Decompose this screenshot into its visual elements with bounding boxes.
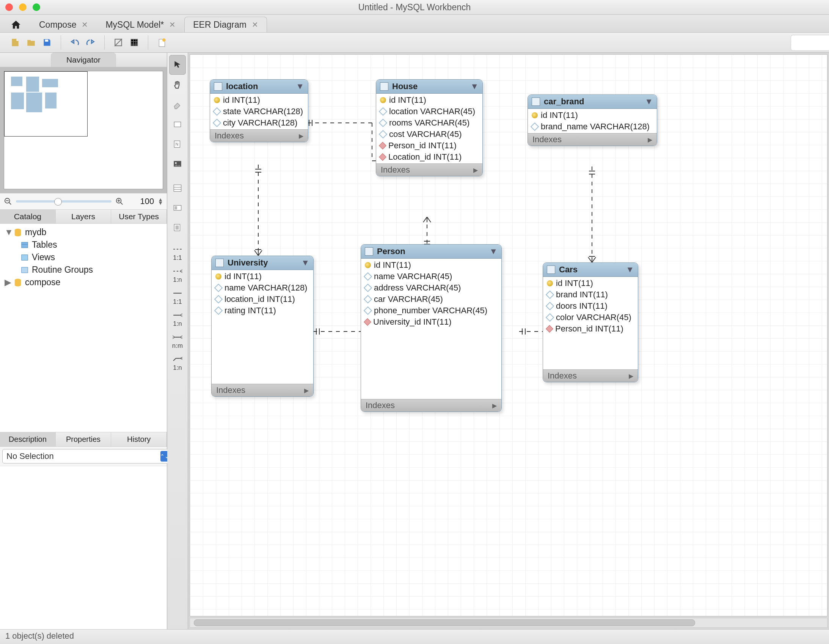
chevron-down-icon[interactable]: ▼ [470,82,479,92]
zoom-slider[interactable] [16,200,112,202]
rel-11-nonident[interactable]: 1:1 [170,242,186,264]
tree-db-mydb[interactable]: ▼ mydb [2,226,165,238]
tab-description[interactable]: Description [0,432,56,447]
document-tab-bar: Compose ✕ MySQL Model* ✕ EER Diagram ✕ [0,15,829,33]
navigator-tab[interactable]: Navigator [51,53,116,67]
minimize-window-button[interactable] [19,3,27,11]
views-icon [20,253,29,262]
view-tool[interactable] [170,198,186,217]
zoom-thumb[interactable] [54,198,62,205]
tree-db-compose[interactable]: ▶ compose [2,276,165,289]
entity-header[interactable]: location ▼ [210,80,308,94]
close-icon[interactable]: ✕ [169,20,176,29]
entity-location[interactable]: location ▼ id INT(11) state VARCHAR(128)… [210,79,308,142]
layer-icon [173,120,183,129]
indexes-toggle[interactable]: Indexes▶ [211,384,313,396]
eraser-tool[interactable] [170,95,186,114]
save-button[interactable] [40,36,54,49]
tab-catalog[interactable]: Catalog [0,210,56,223]
new-file-button[interactable] [8,36,22,49]
col: id INT(11) [224,271,262,281]
diagram-tool-strip: N 1:1 1:n 1:1 1:n n:m 1:n [167,53,188,629]
open-file-button[interactable] [24,36,38,49]
entity-title: University [227,258,268,268]
chevron-down-icon[interactable]: ▼ [296,82,304,92]
entity-cars[interactable]: Cars ▼ id INT(11) brand INT(11) doors IN… [543,262,638,382]
rel-1n-nonident[interactable]: 1:n [170,264,186,286]
diagram-canvas[interactable]: location ▼ id INT(11) state VARCHAR(128)… [190,54,827,616]
indexes-toggle[interactable]: Indexes▶ [361,399,501,412]
tab-eer-diagram[interactable]: EER Diagram ✕ [184,17,267,32]
scroll-thumb[interactable] [194,619,695,626]
col: name VARCHAR(45) [374,271,452,281]
indexes-toggle[interactable]: Indexes▶ [543,369,638,382]
tree-routines[interactable]: Routine Groups [2,264,165,276]
disclosure-triangle-icon[interactable]: ▶ [5,277,11,287]
tree-views[interactable]: Views [2,251,165,264]
entity-house[interactable]: House ▼ id INT(11) location VARCHAR(45) … [376,79,483,176]
entity-header[interactable]: Cars ▼ [543,263,638,277]
zoom-in-icon[interactable] [115,197,124,205]
rel-11-ident[interactable]: 1:1 [170,286,186,308]
redo-button[interactable] [84,36,98,49]
close-icon[interactable]: ✕ [82,20,88,29]
tab-properties[interactable]: Properties [56,432,112,447]
entity-person[interactable]: Person ▼ id INT(11) name VARCHAR(45) add… [361,244,502,412]
undo-button[interactable] [68,36,82,49]
hand-tool[interactable] [170,76,186,95]
table-tool[interactable] [170,178,186,197]
tab-layers[interactable]: Layers [56,210,112,223]
image-tool[interactable] [170,155,186,173]
entity-header[interactable]: Person ▼ [361,245,501,259]
zoom-out-icon[interactable] [4,197,12,205]
open-folder-icon [26,38,36,47]
indexes-toggle[interactable]: Indexes▶ [210,129,308,142]
tab-mysql-model[interactable]: MySQL Model* ✕ [97,17,184,32]
col: car VARCHAR(45) [374,294,443,304]
entity-header[interactable]: University ▼ [211,256,313,270]
disclosure-triangle-icon[interactable]: ▼ [5,227,11,237]
indexes-label: Indexes [216,385,245,395]
chevron-down-icon[interactable]: ▼ [626,265,634,275]
chevron-down-icon[interactable]: ▼ [301,258,309,268]
tab-history[interactable]: History [111,432,167,447]
tab-compose[interactable]: Compose ✕ [30,17,97,32]
note-tool[interactable]: N [170,135,186,154]
zoom-stepper-icon[interactable]: ▲▼ [158,198,163,205]
layer-tool[interactable] [170,115,186,134]
entity-university[interactable]: University ▼ id INT(11) name VARCHAR(128… [211,256,314,397]
selection-combo[interactable]: No Selection ⌃⌄ [2,449,173,464]
close-icon[interactable]: ✕ [252,20,258,29]
rel-1n-existing[interactable]: 1:n [170,352,186,374]
description-body [0,466,167,629]
col: name VARCHAR(128) [224,283,307,293]
entity-header[interactable]: House ▼ [376,80,482,94]
align-grid-button[interactable] [128,36,141,49]
tree-label: Tables [32,240,57,250]
indexes-toggle[interactable]: Indexes▶ [376,163,482,176]
rel-1n-ident[interactable]: 1:n [170,308,186,330]
svg-rect-13 [22,242,28,248]
chevron-down-icon[interactable]: ▼ [489,246,498,256]
tab-usertypes[interactable]: User Types [111,210,167,223]
titlebar: Untitled - MySQL Workbench [0,0,829,15]
toggle-grid-button[interactable] [112,36,125,49]
canvas-hscroll[interactable] [190,618,827,628]
indexes-toggle[interactable]: Indexes▶ [528,133,657,146]
tree-tables[interactable]: Tables [2,238,165,251]
pointer-tool[interactable] [169,55,186,75]
zoom-window-button[interactable] [33,3,40,11]
entity-header[interactable]: car_brand ▼ [528,95,657,109]
indexes-label: Indexes [214,131,244,141]
close-window-button[interactable] [5,3,13,11]
toolbar-search[interactable] [791,35,829,51]
sidebar: Navigator 100 ▲▼ Catalog Layer [0,53,167,629]
routine-tool[interactable] [170,218,186,237]
new-model-button[interactable] [155,36,169,49]
rel-location-university [254,164,262,256]
chevron-down-icon[interactable]: ▼ [645,97,653,107]
home-button[interactable] [5,17,27,32]
entity-car-brand[interactable]: car_brand ▼ id INT(11) brand_name VARCHA… [528,95,657,146]
minimap[interactable] [4,71,163,189]
rel-nm[interactable]: n:m [170,330,186,352]
